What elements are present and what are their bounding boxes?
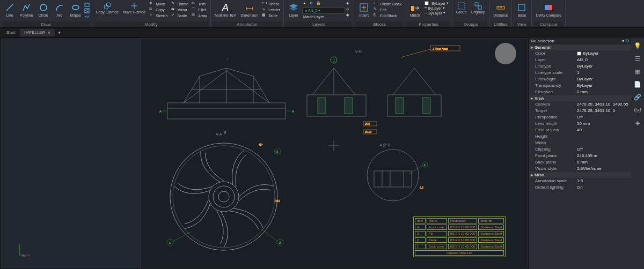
prop-color[interactable]: ByLayer ▾ xyxy=(423,1,450,5)
leader-tool[interactable]: ↘Leader xyxy=(261,7,281,12)
prop-row-transparency[interactable]: TransparencyByLayer xyxy=(529,83,631,89)
prop-row-backplane[interactable]: Back plane0 mm xyxy=(529,159,631,166)
prop-row-frontplane[interactable]: Front plane246.459 m xyxy=(529,153,631,159)
scale-icon: ⤢ xyxy=(171,13,177,18)
insert-icon xyxy=(358,2,370,13)
dimension-tool[interactable]: Dimension xyxy=(239,1,260,18)
props-section-misc[interactable]: ▸ Misc xyxy=(529,172,631,178)
match-props[interactable]: Match xyxy=(407,1,422,18)
layer-props[interactable]: Layer xyxy=(286,1,301,19)
prop-row-lighting[interactable]: Default lightingOn xyxy=(529,184,631,191)
prop-row-elevation[interactable]: Elevation0 mm xyxy=(529,89,631,95)
fx-tool-icon[interactable]: f(x) xyxy=(633,105,642,115)
prop-row-height[interactable]: Height xyxy=(529,133,631,140)
bulb-tool-icon[interactable]: 💡 xyxy=(633,41,642,50)
move-tool[interactable]: ✥Move xyxy=(148,1,169,6)
prop-row-width[interactable]: Width xyxy=(529,140,631,146)
tab-start[interactable]: Start xyxy=(2,29,20,36)
layer-lock-icon[interactable]: ◆ xyxy=(346,13,352,18)
prop-row-visualstyle[interactable]: Visual style2dWireframe xyxy=(529,166,631,172)
prop-row-lweight[interactable]: LineweightByLayer xyxy=(529,76,631,83)
hatch-icon[interactable] xyxy=(84,8,90,13)
workspace: W ↓ B A xyxy=(0,38,644,269)
freeze-icon[interactable]: ❄ xyxy=(310,1,315,6)
panel-label-annotation: Annotation xyxy=(213,21,281,27)
line-tool[interactable]: Line xyxy=(2,1,17,19)
spline-icon[interactable] xyxy=(84,14,90,19)
text-tool[interactable]: AMultiline Text xyxy=(213,1,238,18)
compare-tool[interactable]: DWG Compare xyxy=(534,1,563,18)
lock-icon[interactable]: 🔒 xyxy=(316,1,321,6)
view-cube[interactable] xyxy=(495,43,516,64)
prop-row-perspective[interactable]: PerspectiveOff xyxy=(529,114,631,121)
props-pick-icon[interactable]: ▾ xyxy=(622,39,624,43)
xref-tool-icon[interactable]: 🔗 xyxy=(633,92,642,102)
props-filter-icon[interactable]: ⚙ xyxy=(625,39,629,43)
prop-row-clipping[interactable]: ClippingOff xyxy=(529,146,631,153)
sheet-tool-icon[interactable]: 📄 xyxy=(633,79,642,89)
copy-tool[interactable]: ⧉Copy xyxy=(148,7,169,12)
tab-impeller[interactable]: IMPELLER× xyxy=(20,29,55,36)
detail-a-view: 4 6.5 xyxy=(355,148,436,207)
svg-rect-49 xyxy=(422,98,430,114)
layer-iso-icon[interactable]: ◈ xyxy=(346,1,352,6)
group-tool[interactable]: Group xyxy=(455,1,468,14)
bulb-icon[interactable]: ● xyxy=(303,1,309,6)
ellipse-tool[interactable]: Ellipse xyxy=(68,1,83,19)
props-section-view[interactable]: ▸ View xyxy=(529,95,631,101)
blocks-tool-icon[interactable]: ▦ xyxy=(633,66,642,76)
prop-row-layer[interactable]: LayerAN_0 xyxy=(529,57,631,63)
prop-lweight[interactable]: ━ ByLayer ▾ xyxy=(423,6,450,10)
table-tool[interactable]: ▦Table xyxy=(261,13,281,18)
prop-row-fov[interactable]: Field of view40 xyxy=(529,127,631,133)
compare-icon xyxy=(543,2,554,13)
document-tabs: Start IMPELLER× + xyxy=(0,28,644,38)
array-tool[interactable]: ⊞Array xyxy=(191,13,208,18)
layers-tool-icon[interactable]: ◈ xyxy=(633,118,642,128)
edit-block[interactable]: ✎Edit xyxy=(372,7,402,12)
circle-tool[interactable]: Circle xyxy=(36,1,51,19)
prop-row-lens[interactable]: Lens length50 mm xyxy=(529,121,631,127)
arc-tool[interactable]: Arc xyxy=(52,1,67,19)
prop-ltype[interactable]: ─ ByLayer ▾ xyxy=(423,11,450,15)
prop-row-linetype[interactable]: LinetypeByLayer xyxy=(529,63,631,70)
linear-dim[interactable]: ⟷Linear xyxy=(261,1,281,6)
drawing-viewport[interactable]: ↓ B A A A-A xyxy=(140,38,528,268)
fillet-tool[interactable]: ⌒Fillet xyxy=(191,7,208,12)
mirror-icon: ⇋ xyxy=(171,7,177,12)
ungroup-tool[interactable]: Ungroup xyxy=(469,1,487,14)
prop-row-annoscale[interactable]: Annotation scale1:5 xyxy=(529,178,631,184)
rect-icon[interactable] xyxy=(84,2,90,8)
ribbon-panel-compare: DWG Compare Compare xyxy=(532,0,566,27)
prop-row-ltscale[interactable]: Linetype scale1 xyxy=(529,70,631,76)
svg-point-62 xyxy=(213,186,235,207)
trim-tool[interactable]: ✂Trim xyxy=(191,1,208,6)
distance-tool[interactable]: Distance xyxy=(492,1,509,18)
create-block[interactable]: ▫Create Block xyxy=(372,1,402,6)
edit-block-in[interactable]: ⎘Edit Block xyxy=(372,13,402,18)
ribbon-panel-modify: Copy Gizmos Move Gizmos ✥Move ⧉Copy ↔Str… xyxy=(92,0,211,27)
base-view[interactable]: Base xyxy=(514,1,529,18)
new-tab-button[interactable]: + xyxy=(55,30,64,35)
props-tool-icon[interactable]: ☰ xyxy=(633,54,642,63)
polyline-tool[interactable]: Polyline xyxy=(18,1,35,19)
close-icon[interactable]: × xyxy=(47,30,50,35)
props-section-general[interactable]: ▸ General xyxy=(529,44,631,50)
match-layer[interactable]: Match Layer xyxy=(302,15,345,19)
rotate-tool[interactable]: ↻Rotate xyxy=(170,1,190,6)
model-space[interactable]: W ↓ B A xyxy=(0,38,528,269)
svg-text:Ø30: Ø30 xyxy=(365,122,370,125)
layer-off-icon[interactable]: ◇ xyxy=(346,7,352,12)
layer-combo[interactable]: ● AN_0 ▾ xyxy=(302,8,345,14)
copy-gizmos[interactable]: Copy Gizmos xyxy=(94,1,120,18)
prop-row-color[interactable]: ColorByLayer xyxy=(529,50,631,57)
move-gizmos[interactable]: Move Gizmos xyxy=(121,1,148,18)
svg-point-2 xyxy=(72,5,79,10)
ucs-icon[interactable]: W xyxy=(17,242,33,258)
scale-tool[interactable]: ⤢Scale xyxy=(170,13,190,18)
prop-row-target: Target2478.28, 3401.10, 0 xyxy=(529,108,631,114)
svg-text:W: W xyxy=(22,254,25,257)
mirror-tool[interactable]: ⇋Mirror xyxy=(170,7,190,12)
stretch-tool[interactable]: ↔Stretch xyxy=(148,13,169,18)
insert-block[interactable]: Insert xyxy=(356,1,371,18)
